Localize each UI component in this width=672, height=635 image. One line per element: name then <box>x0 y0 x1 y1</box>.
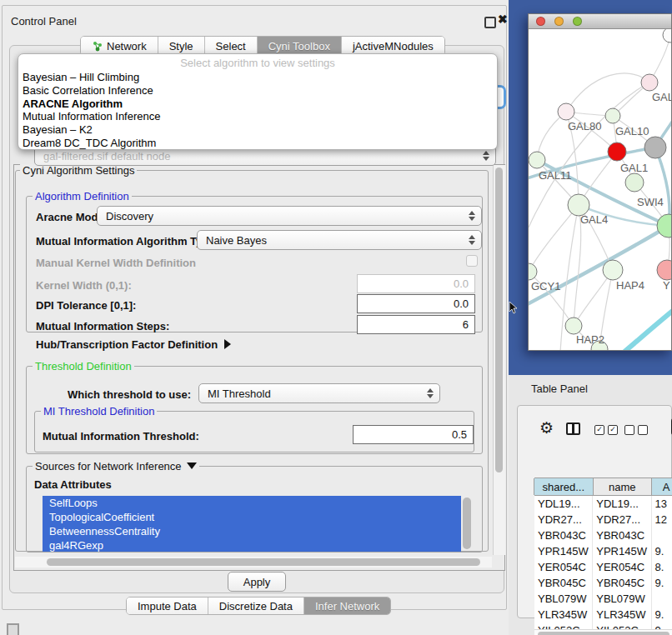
data-attributes-list[interactable]: SelfLoopsTopologicalCoefficientBetweenne… <box>43 496 461 552</box>
mi-steps-field[interactable]: 6 <box>357 315 475 334</box>
table-panel-title: Table Panel <box>531 382 588 395</box>
horizontal-scrollbar[interactable] <box>15 557 492 568</box>
manual-kernel-checkbox[interactable] <box>466 255 478 267</box>
docked-panel-icon[interactable] <box>7 623 19 635</box>
attribute-item-betweennesscentrality[interactable]: BetweennessCentrality <box>43 524 461 538</box>
table-cell: YDR27... <box>593 512 651 528</box>
table-row[interactable]: YIL052CYIL052C9. <box>534 622 672 629</box>
table-row[interactable]: YLR345WYLR345W9. <box>534 607 672 622</box>
tab-network[interactable]: Network <box>81 37 158 55</box>
which-threshold-combobox[interactable]: MI Threshold <box>198 383 440 403</box>
data-attributes-label: Data Attributes <box>34 478 112 491</box>
algorithm-option-basic-correlation-inference[interactable]: Basic Correlation Inference <box>18 84 497 98</box>
attribute-item-selfloops[interactable]: SelfLoops <box>43 496 461 510</box>
tab-cyni-toolbox[interactable]: Cyni Toolbox <box>257 37 341 55</box>
network-edge[interactable] <box>566 73 649 112</box>
node-green-b[interactable] <box>625 173 644 192</box>
tab-infer-network[interactable]: Infer Network <box>303 598 390 614</box>
tab-discretize-data[interactable]: Discretize Data <box>208 598 303 614</box>
column-header-name[interactable]: name <box>593 478 653 495</box>
network-canvas[interactable]: GALGAL80GAL10GAL1GAL11GAL4SWI4GCY1HAP4YH… <box>529 29 671 350</box>
node-hap4[interactable] <box>603 260 623 280</box>
deselect-all-checks-icon[interactable] <box>624 425 648 435</box>
mi-threshold-group-title: MI Threshold Definition <box>41 405 157 418</box>
table-scrollbar-thumb[interactable] <box>538 632 669 635</box>
algorithm-dropdown-popup: Select algorithm to view settings Bayesi… <box>18 53 498 150</box>
kernel-width-value: 0.0 <box>454 278 469 290</box>
which-threshold-value: MI Threshold <box>208 388 271 400</box>
apply-button[interactable]: Apply <box>228 572 286 592</box>
tab-style[interactable]: Style <box>158 37 204 55</box>
horizontal-scrollbar-thumb[interactable] <box>47 558 480 566</box>
vertical-scrollbar-thumb[interactable] <box>495 168 503 472</box>
mac-close-button[interactable] <box>536 17 545 26</box>
aracne-mode-combobox[interactable]: Discovery <box>97 206 482 226</box>
threshold-definition-title: Threshold Definition <box>33 360 134 372</box>
network-graph: GALGAL80GAL10GAL1GAL11GAL4SWI4GCY1HAP4YH… <box>529 29 671 350</box>
algorithm-option-bayesian-k2[interactable]: Bayesian – K2 <box>18 123 497 137</box>
table-header-row: shared...nameA <box>534 478 672 496</box>
mac-minimize-button[interactable] <box>554 17 564 26</box>
table-cell: YBR045C <box>534 575 593 591</box>
attribute-item-topologicalcoefficient[interactable]: TopologicalCoefficient <box>43 510 461 524</box>
node-gal1[interactable] <box>608 142 626 161</box>
tab-select[interactable]: Select <box>204 37 257 55</box>
node-gcy1[interactable] <box>529 263 537 280</box>
algorithm-definition-title: Algorithm Definition <box>33 190 132 202</box>
table-cell: YBR045C <box>593 575 651 591</box>
table-panel: Table Panel ⚙ ✓✓ shared...nameA YDL19...… <box>509 375 672 635</box>
column-header-a[interactable]: A <box>651 478 672 495</box>
algorithm-option-mutual-information-inference[interactable]: Mutual Information Inference <box>18 110 497 123</box>
node-gal10[interactable] <box>605 108 620 123</box>
mac-zoom-button[interactable] <box>573 17 582 26</box>
node-hap2[interactable] <box>565 318 582 334</box>
kernel-width-field[interactable]: 0.0 <box>357 274 475 293</box>
node-gal-cut[interactable] <box>641 74 658 91</box>
sources-group-title[interactable]: Sources for Network Inference <box>33 460 199 472</box>
mi-threshold-field[interactable]: 0.5 <box>353 425 474 444</box>
column-header-shared[interactable]: shared... <box>534 478 594 495</box>
columns-icon[interactable] <box>566 422 580 435</box>
table-row[interactable]: YBR043CYBR043C <box>534 528 672 543</box>
tab-impute-data[interactable]: Impute Data <box>127 598 208 614</box>
gear-icon[interactable]: ⚙ <box>539 420 554 436</box>
table-row[interactable]: YDR27...YDR27...12 <box>534 512 672 528</box>
node-swi4[interactable] <box>657 214 671 238</box>
table-cell: YPR145W <box>534 543 593 559</box>
table-horizontal-scrollbar[interactable] <box>534 629 672 635</box>
table-cell: 12 <box>652 512 672 528</box>
expander-arrow-icon <box>224 339 231 349</box>
table-row[interactable]: YPR145WYPR145W9. <box>534 543 672 559</box>
table-cell: YLR345W <box>534 607 593 622</box>
float-window-icon[interactable] <box>484 17 496 28</box>
list-scrollbar-thumb[interactable] <box>463 498 471 549</box>
algorithm-option-bayesian-hill-climbing[interactable]: Bayesian – Hill Climbing <box>18 71 497 84</box>
node-top[interactable] <box>663 29 671 42</box>
attribute-item-gal4rgexp[interactable]: gal4RGexp <box>43 538 461 552</box>
close-icon[interactable]: ✖ <box>498 12 508 26</box>
node-gray[interactable] <box>644 137 666 158</box>
algorithm-option-aracne-algorithm[interactable]: ARACNE Algorithm <box>18 98 497 111</box>
stepper-arrows-icon <box>469 235 475 245</box>
select-all-checks-icon[interactable]: ✓✓ <box>594 425 618 435</box>
network-window-titlebar[interactable] <box>529 14 671 29</box>
algorithm-option-dream8-dc-tdc-algorithm[interactable]: Dream8 DC_TDC Algorithm <box>18 137 497 150</box>
node-gal80[interactable] <box>558 103 574 120</box>
node-gal11[interactable] <box>529 152 545 168</box>
table-row[interactable]: YER054CYER054C8. <box>534 559 672 575</box>
table-row[interactable]: YBL079WYBL079W <box>534 591 672 607</box>
hub-definition-expander[interactable]: Hub/Transcription Factor Definition <box>36 338 231 351</box>
cyni-settings-group-title: Cyni Algorithm Settings <box>20 164 137 177</box>
node-pink[interactable] <box>657 260 671 280</box>
mi-type-combobox[interactable]: Naive Bayes <box>197 230 482 250</box>
network-edge[interactable] <box>529 205 579 272</box>
tab-jactivemnodules[interactable]: jActiveMNodules <box>341 37 444 55</box>
vertical-scrollbar[interactable] <box>493 165 505 555</box>
network-edge[interactable] <box>624 306 671 350</box>
dpi-tolerance-field[interactable]: 0.0 <box>357 294 475 313</box>
network-icon <box>92 41 103 52</box>
table-row[interactable]: YBR045CYBR045C9. <box>534 575 672 591</box>
table-cell: 9. <box>652 543 672 559</box>
table-row[interactable]: YDL19...YDL19...13 <box>534 496 672 512</box>
tab-network-label: Network <box>107 40 147 52</box>
